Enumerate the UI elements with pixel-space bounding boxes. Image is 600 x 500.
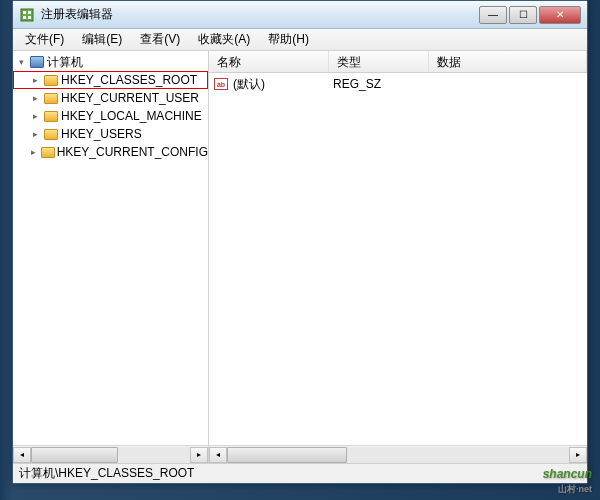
status-path: 计算机\HKEY_CLASSES_ROOT bbox=[19, 465, 194, 482]
tree-node-hkcc[interactable]: ▸ HKEY_CURRENT_CONFIG bbox=[13, 143, 208, 161]
svg-rect-0 bbox=[21, 9, 33, 21]
values-header: 名称 类型 数据 bbox=[209, 51, 587, 73]
col-name[interactable]: 名称 bbox=[209, 51, 329, 72]
menubar: 文件(F) 编辑(E) 查看(V) 收藏夹(A) 帮助(H) bbox=[13, 29, 587, 51]
tree-label: HKEY_CURRENT_USER bbox=[61, 91, 199, 105]
scroll-track[interactable] bbox=[227, 447, 569, 463]
content-area: ▾ 计算机 ▸ HKEY_CLASSES_ROOT ▸ HKEY_CURRENT… bbox=[13, 51, 587, 463]
tree-label: HKEY_USERS bbox=[61, 127, 142, 141]
expand-icon[interactable]: ▸ bbox=[29, 128, 41, 140]
titlebar[interactable]: 注册表编辑器 — ☐ ✕ bbox=[13, 1, 587, 29]
list-hscrollbar[interactable]: ◂ ▸ bbox=[209, 445, 587, 463]
tree-label: HKEY_CURRENT_CONFIG bbox=[57, 145, 208, 159]
scroll-thumb[interactable] bbox=[227, 447, 347, 463]
menu-help[interactable]: 帮助(H) bbox=[260, 29, 317, 50]
close-button[interactable]: ✕ bbox=[539, 6, 581, 24]
tree-node-hklm[interactable]: ▸ HKEY_LOCAL_MACHINE bbox=[13, 107, 208, 125]
watermark-sub: 山村·net bbox=[543, 483, 592, 496]
window-title: 注册表编辑器 bbox=[41, 6, 479, 23]
scroll-left-button[interactable]: ◂ bbox=[209, 447, 227, 463]
app-icon bbox=[19, 7, 35, 23]
menu-edit[interactable]: 编辑(E) bbox=[74, 29, 130, 50]
svg-rect-2 bbox=[28, 11, 31, 14]
values-panel: 名称 类型 数据 ab (默认) REG_SZ ◂ ▸ bbox=[209, 51, 587, 463]
scroll-left-button[interactable]: ◂ bbox=[13, 447, 31, 463]
folder-icon bbox=[41, 145, 55, 159]
tree-node-hku[interactable]: ▸ HKEY_USERS bbox=[13, 125, 208, 143]
menu-view[interactable]: 查看(V) bbox=[132, 29, 188, 50]
menu-file[interactable]: 文件(F) bbox=[17, 29, 72, 50]
tree-hscrollbar[interactable]: ◂ ▸ bbox=[13, 445, 208, 463]
values-list[interactable]: ab (默认) REG_SZ bbox=[209, 73, 587, 445]
value-name: (默认) bbox=[233, 76, 333, 93]
svg-rect-3 bbox=[23, 16, 26, 19]
svg-rect-1 bbox=[23, 11, 26, 14]
window-controls: — ☐ ✕ bbox=[479, 6, 581, 24]
tree-panel: ▾ 计算机 ▸ HKEY_CLASSES_ROOT ▸ HKEY_CURRENT… bbox=[13, 51, 209, 463]
app-window: 注册表编辑器 — ☐ ✕ 文件(F) 编辑(E) 查看(V) 收藏夹(A) 帮助… bbox=[12, 0, 588, 484]
statusbar: 计算机\HKEY_CLASSES_ROOT bbox=[13, 463, 587, 483]
tree-node-hkcr[interactable]: ▸ HKEY_CLASSES_ROOT bbox=[13, 71, 208, 89]
scroll-thumb[interactable] bbox=[31, 447, 118, 463]
list-item[interactable]: ab (默认) REG_SZ bbox=[209, 75, 587, 93]
computer-icon bbox=[29, 55, 45, 69]
scroll-right-button[interactable]: ▸ bbox=[190, 447, 208, 463]
col-type[interactable]: 类型 bbox=[329, 51, 429, 72]
menu-favorites[interactable]: 收藏夹(A) bbox=[190, 29, 258, 50]
col-data[interactable]: 数据 bbox=[429, 51, 587, 72]
tree-node-hkcu[interactable]: ▸ HKEY_CURRENT_USER bbox=[13, 89, 208, 107]
folder-icon bbox=[43, 127, 59, 141]
tree-label: 计算机 bbox=[47, 54, 83, 71]
maximize-button[interactable]: ☐ bbox=[509, 6, 537, 24]
tree-label: HKEY_CLASSES_ROOT bbox=[61, 73, 197, 87]
folder-icon bbox=[43, 109, 59, 123]
tree-label: HKEY_LOCAL_MACHINE bbox=[61, 109, 202, 123]
expand-icon[interactable]: ▸ bbox=[29, 146, 39, 158]
tree-node-computer[interactable]: ▾ 计算机 bbox=[13, 53, 208, 71]
value-type: REG_SZ bbox=[333, 77, 433, 91]
expand-icon[interactable]: ▸ bbox=[29, 74, 41, 86]
folder-icon bbox=[43, 73, 59, 87]
expand-icon[interactable]: ▸ bbox=[29, 110, 41, 122]
minimize-button[interactable]: — bbox=[479, 6, 507, 24]
string-value-icon: ab bbox=[213, 77, 229, 91]
scroll-right-button[interactable]: ▸ bbox=[569, 447, 587, 463]
svg-rect-4 bbox=[28, 16, 31, 19]
expand-icon[interactable]: ▸ bbox=[29, 92, 41, 104]
folder-icon bbox=[43, 91, 59, 105]
collapse-icon[interactable]: ▾ bbox=[15, 56, 27, 68]
scroll-track[interactable] bbox=[31, 447, 190, 463]
registry-tree[interactable]: ▾ 计算机 ▸ HKEY_CLASSES_ROOT ▸ HKEY_CURRENT… bbox=[13, 51, 208, 445]
